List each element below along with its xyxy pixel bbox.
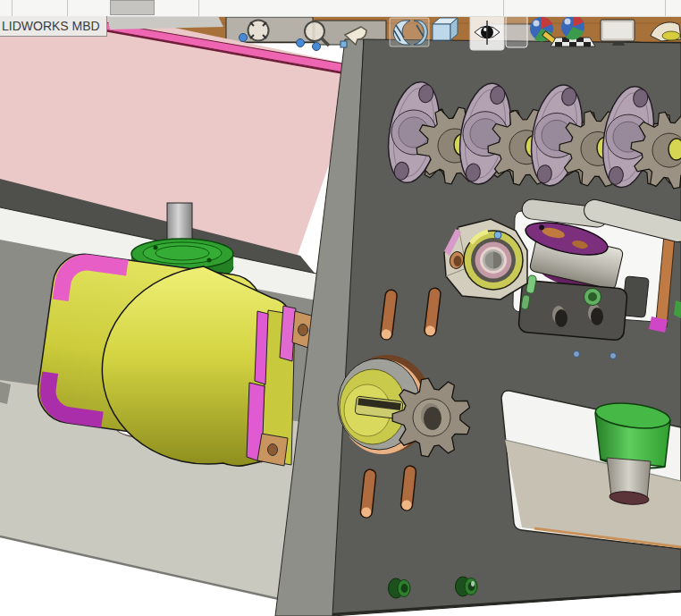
roller-window[interactable] bbox=[501, 391, 681, 549]
hide-show-items-button[interactable] bbox=[470, 14, 504, 50]
tab-separator bbox=[665, 0, 666, 16]
view-orientation-button[interactable] bbox=[506, 15, 527, 47]
tab-separator bbox=[12, 0, 13, 16]
tab-separator bbox=[67, 0, 68, 16]
tab-separator bbox=[503, 0, 504, 16]
3d-viewport[interactable] bbox=[0, 0, 681, 616]
display-style-button[interactable] bbox=[433, 18, 458, 40]
section-view-button[interactable] bbox=[390, 18, 429, 46]
roller-shaft[interactable] bbox=[607, 458, 651, 506]
magnifier-region-icon bbox=[305, 21, 324, 41]
pillow-block-bearing[interactable] bbox=[444, 219, 527, 300]
app-top-bar bbox=[0, 0, 681, 17]
set-screw-dot bbox=[494, 232, 501, 239]
shaft-end bbox=[668, 139, 681, 160]
empty-frame-icon bbox=[506, 15, 527, 47]
tab-solidworks-mbd[interactable]: LIDWORKS MBD bbox=[0, 16, 107, 37]
solidworks-window: LIDWORKS MBD bbox=[0, 0, 681, 616]
toolbar-fragment[interactable] bbox=[110, 0, 155, 15]
tab-separator bbox=[198, 0, 199, 16]
motor-mount-tab-bottom bbox=[257, 434, 288, 466]
